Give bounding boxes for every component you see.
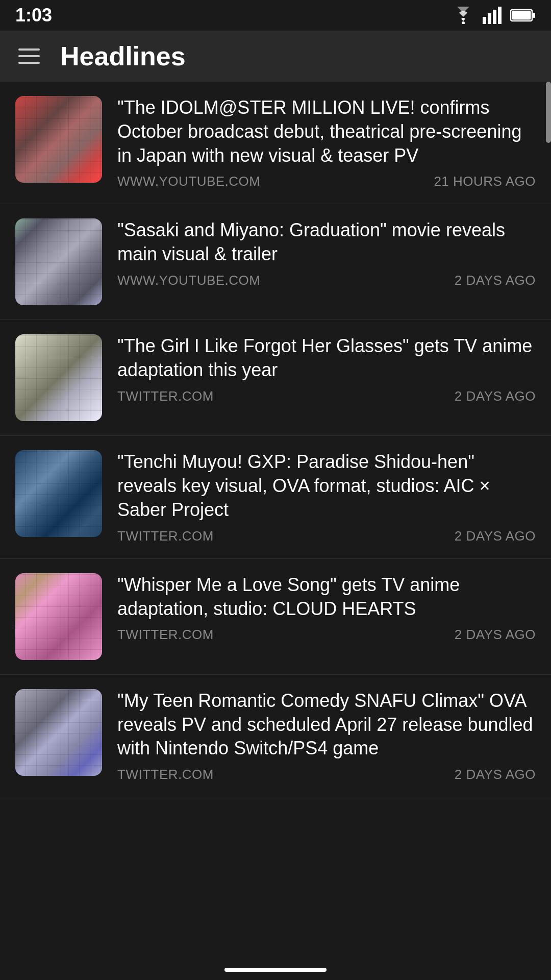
news-content-5: "Whisper Me a Love Song" gets TV anime a…	[117, 573, 536, 643]
status-time: 1:03	[15, 5, 52, 26]
svg-rect-1	[483, 17, 486, 24]
status-bar: 1:03	[0, 0, 551, 31]
menu-button[interactable]	[18, 48, 40, 64]
scroll-bar[interactable]	[546, 82, 551, 143]
news-item-4[interactable]: "Tenchi Muyou! GXP: Paradise Shidou-hen"…	[0, 436, 551, 558]
news-meta-6: TWITTER.COM2 DAYS AGO	[117, 767, 536, 782]
news-content: "The IDOLM@STER MILLION LIVE! confirms O…	[0, 82, 551, 797]
wifi-icon	[452, 7, 474, 24]
news-meta-4: TWITTER.COM2 DAYS AGO	[117, 528, 536, 544]
news-title-5: "Whisper Me a Love Song" gets TV anime a…	[117, 573, 536, 621]
news-time-2: 2 DAYS AGO	[455, 273, 536, 288]
news-title-3: "The Girl I Like Forgot Her Glasses" get…	[117, 334, 536, 382]
news-thumbnail-1	[15, 96, 102, 183]
news-time-3: 2 DAYS AGO	[455, 388, 536, 404]
news-thumbnail-5	[15, 573, 102, 660]
news-content-2: "Sasaki and Miyano: Graduation" movie re…	[117, 218, 536, 288]
news-title-4: "Tenchi Muyou! GXP: Paradise Shidou-hen"…	[117, 450, 536, 522]
news-content-6: "My Teen Romantic Comedy SNAFU Climax" O…	[117, 689, 536, 782]
news-list: "The IDOLM@STER MILLION LIVE! confirms O…	[0, 82, 551, 797]
app-header: Headlines	[0, 31, 551, 82]
news-meta-3: TWITTER.COM2 DAYS AGO	[117, 388, 536, 404]
news-item-6[interactable]: "My Teen Romantic Comedy SNAFU Climax" O…	[0, 675, 551, 797]
news-item-3[interactable]: "The Girl I Like Forgot Her Glasses" get…	[0, 320, 551, 436]
news-time-5: 2 DAYS AGO	[455, 627, 536, 643]
news-thumbnail-2	[15, 218, 102, 305]
status-icons	[452, 7, 536, 24]
news-content-4: "Tenchi Muyou! GXP: Paradise Shidou-hen"…	[117, 450, 536, 544]
svg-rect-3	[493, 10, 496, 24]
news-title-2: "Sasaki and Miyano: Graduation" movie re…	[117, 218, 536, 266]
news-thumbnail-4	[15, 450, 102, 537]
svg-rect-6	[533, 13, 535, 18]
news-meta-1: WWW.YOUTUBE.COM21 HOURS AGO	[117, 174, 536, 189]
news-time-6: 2 DAYS AGO	[455, 767, 536, 782]
news-thumbnail-3	[15, 334, 102, 421]
news-title-6: "My Teen Romantic Comedy SNAFU Climax" O…	[117, 689, 536, 761]
news-source-5: TWITTER.COM	[117, 627, 214, 643]
news-source-3: TWITTER.COM	[117, 388, 214, 404]
news-content-1: "The IDOLM@STER MILLION LIVE! confirms O…	[117, 96, 536, 189]
svg-rect-7	[512, 11, 531, 20]
svg-rect-2	[488, 13, 491, 24]
svg-point-0	[462, 21, 465, 24]
svg-rect-4	[498, 7, 502, 24]
news-meta-2: WWW.YOUTUBE.COM2 DAYS AGO	[117, 273, 536, 288]
news-source-2: WWW.YOUTUBE.COM	[117, 273, 260, 288]
home-indicator[interactable]	[224, 968, 327, 972]
news-source-4: TWITTER.COM	[117, 528, 214, 544]
page-title: Headlines	[60, 41, 186, 71]
news-item-5[interactable]: "Whisper Me a Love Song" gets TV anime a…	[0, 559, 551, 675]
news-content-3: "The Girl I Like Forgot Her Glasses" get…	[117, 334, 536, 404]
news-source-6: TWITTER.COM	[117, 767, 214, 782]
news-meta-5: TWITTER.COM2 DAYS AGO	[117, 627, 536, 643]
news-title-1: "The IDOLM@STER MILLION LIVE! confirms O…	[117, 96, 536, 167]
news-item-1[interactable]: "The IDOLM@STER MILLION LIVE! confirms O…	[0, 82, 551, 204]
news-item-2[interactable]: "Sasaki and Miyano: Graduation" movie re…	[0, 204, 551, 320]
signal-icon	[483, 7, 502, 24]
battery-icon	[510, 8, 536, 22]
news-thumbnail-6	[15, 689, 102, 776]
news-time-1: 21 HOURS AGO	[434, 174, 536, 189]
news-source-1: WWW.YOUTUBE.COM	[117, 174, 260, 189]
news-time-4: 2 DAYS AGO	[455, 528, 536, 544]
